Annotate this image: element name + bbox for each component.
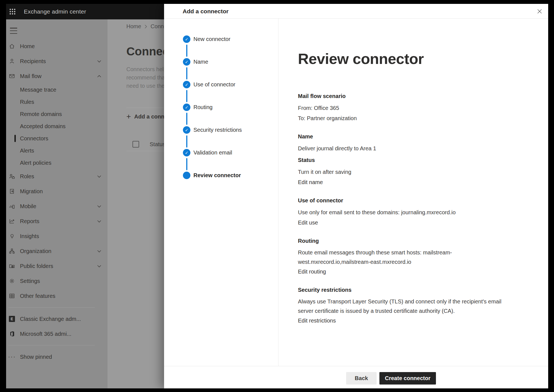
step-complete-icon [183,58,190,66]
sidebar-item-recipients[interactable]: Recipients [6,54,108,69]
org-chart-icon [9,248,15,254]
breadcrumb-separator-icon [144,24,147,29]
sidebar-item-alerts[interactable]: Alerts [6,145,108,157]
section-heading-routing: Routing [298,237,515,244]
sidebar-item-remote-domains[interactable]: Remote domains [6,108,108,120]
add-connector-modal: Add a connector New connector Name [164,4,548,388]
sidebar-divider [8,345,95,345]
modal-header: Add a connector [164,4,548,19]
step-complete-icon [183,81,190,88]
sidebar: Home Recipients Mail flow Message trace … [6,19,108,388]
app-launcher-icon [9,8,16,15]
app-title: Exchange admin center [24,8,86,15]
sidebar-item-microsoft-365-admin[interactable]: Microsoft 365 admi... [6,326,108,341]
status-column-header: Status [150,141,165,148]
sidebar-item-rules[interactable]: Rules [6,96,108,108]
gear-icon [9,278,15,284]
security-restrictions-value: Always use Transport Layer Security (TLS… [298,297,515,316]
mail-flow-from: From: Office 365 [298,103,515,113]
review-title: Review connector [298,50,515,67]
step-new-connector[interactable]: New connector [183,35,278,58]
modal-title: Add a connector [183,4,229,19]
modal-footer: Back Create connector [164,366,548,388]
section-heading-use-of-connector: Use of connector [298,197,515,204]
step-security-restrictions[interactable]: Security restrictions [183,126,278,149]
migration-icon [9,188,15,194]
chevron-up-icon [97,75,101,78]
step-review-connector[interactable]: Review connector [183,172,278,194]
back-button[interactable]: Back [346,372,377,385]
sidebar-item-label: Recipients [20,58,97,65]
edit-restrictions-link[interactable]: Edit restrictions [298,316,336,326]
mail-flow-to: To: Partner organization [298,113,515,123]
plus-icon: + [126,113,131,120]
status-value: Turn it on after saving [298,167,515,177]
chevron-down-icon [97,175,101,178]
sidebar-item-show-pinned[interactable]: ··· Show pinned [6,349,108,364]
sidebar-item-mail-flow[interactable]: Mail flow [6,69,108,84]
close-button[interactable] [535,7,544,16]
chevron-down-icon [97,205,101,208]
home-icon [9,43,15,49]
grid-table-icon [9,293,15,299]
chevron-down-icon [97,60,101,63]
sidebar-item-public-folders[interactable]: Public folders [6,259,108,274]
edit-routing-link[interactable]: Edit routing [298,267,326,277]
connector-name-value: Deliver journal directly to Area 1 [298,143,515,154]
sidebar-item-other-features[interactable]: Other features [6,288,108,303]
chevron-down-icon [97,220,101,223]
step-current-icon [183,172,190,179]
step-routing[interactable]: Routing [183,104,278,126]
step-complete-icon [183,149,190,156]
sidebar-item-reports[interactable]: Reports [6,214,108,229]
edit-name-link[interactable]: Edit name [298,177,323,187]
step-validation-email[interactable]: Validation email [183,149,278,172]
lightbulb-icon [9,233,15,239]
sidebar-item-alert-policies[interactable]: Alert policies [6,157,108,169]
person-icon [9,58,15,64]
step-name[interactable]: Name [183,58,278,81]
mail-icon [9,73,15,79]
menu-toggle-button[interactable] [10,28,18,34]
step-use-of-connector[interactable]: Use of connector [183,81,278,104]
screen: Exchange admin center Home Recipients Ma… [0,0,554,392]
step-complete-icon [183,104,190,111]
create-connector-button[interactable]: Create connector [379,372,436,385]
roles-icon [9,173,15,179]
folder-globe-icon [9,263,15,269]
sidebar-item-roles[interactable]: Roles [6,169,108,184]
exchange-admin-app: Exchange admin center Home Recipients Ma… [6,4,548,388]
sidebar-item-mobile[interactable]: Mobile [6,199,108,214]
app-launcher-button[interactable] [6,4,19,19]
section-heading-security-restrictions: Security restrictions [298,286,515,293]
sidebar-item-home[interactable]: Home [6,39,108,54]
step-complete-icon [183,126,190,134]
sidebar-item-organization[interactable]: Organization [6,244,108,259]
chevron-down-icon [97,250,101,252]
chevron-down-icon [97,265,101,267]
use-of-connector-value: Use only for email sent to these domains… [298,207,515,218]
sidebar-item-migration[interactable]: Migration [6,184,108,199]
sidebar-divider [8,307,95,308]
section-heading-status: Status [298,156,515,164]
step-complete-icon [183,35,190,43]
microsoft-365-icon [9,331,15,337]
sidebar-item-accepted-domains[interactable]: Accepted domains [6,120,108,132]
wizard-stepper: New connector Name Use of connector Rout… [164,19,279,366]
ellipsis-icon: ··· [9,354,15,360]
sidebar-item-message-trace[interactable]: Message trace [6,84,108,96]
modal-body: New connector Name Use of connector Rout… [164,19,548,366]
close-icon [537,9,542,14]
edit-use-link[interactable]: Edit use [298,218,318,228]
sidebar-item-classic-exchange-admin[interactable]: E Classic Exchange adm... [6,311,108,326]
select-all-checkbox[interactable] [132,141,139,148]
section-heading-mail-flow-scenario: Mail flow scenario [298,92,515,100]
breadcrumb-home-link[interactable]: Home [126,23,141,30]
sidebar-item-insights[interactable]: Insights [6,229,108,244]
sidebar-item-settings[interactable]: Settings [6,274,108,288]
section-heading-name: Name [298,133,515,140]
sidebar-item-connectors[interactable]: Connectors [6,132,108,145]
mobile-icon [9,203,15,209]
sidebar-item-label: Mail flow [20,73,97,79]
reports-icon [9,218,15,224]
